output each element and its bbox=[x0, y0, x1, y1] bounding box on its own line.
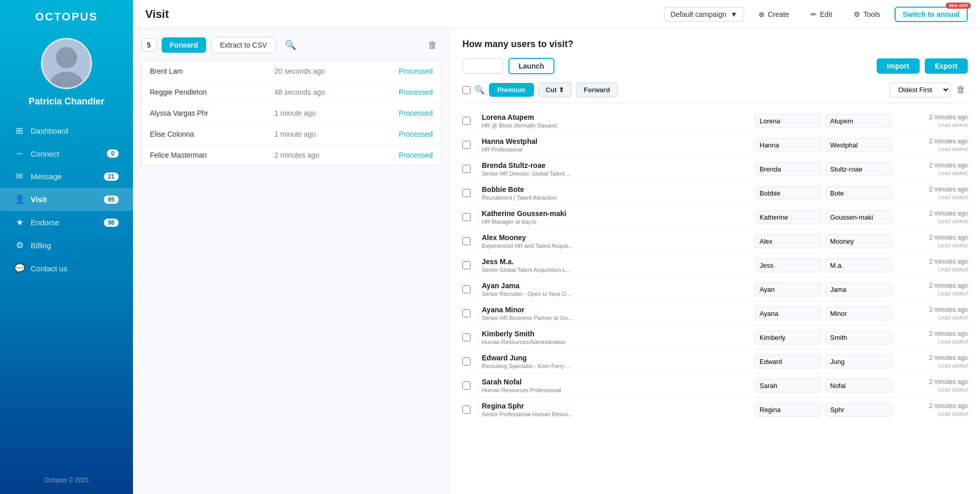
lead-checkbox[interactable] bbox=[462, 309, 471, 317]
visit-time: 2 minutes ago bbox=[274, 151, 398, 159]
sidebar-item-label: Message bbox=[31, 172, 62, 181]
lead-lastname-input[interactable] bbox=[826, 283, 892, 296]
lead-lastname-input[interactable] bbox=[826, 114, 892, 128]
sidebar-item-label: Connect bbox=[31, 149, 59, 158]
lead-firstname-input[interactable] bbox=[755, 162, 821, 176]
lead-checkbox[interactable] bbox=[462, 405, 471, 414]
lead-time-text: 2 minutes ago bbox=[929, 162, 968, 169]
lead-checkbox[interactable] bbox=[462, 117, 471, 125]
lead-lastname-input[interactable] bbox=[826, 331, 892, 345]
sidebar-item-dashboard[interactable]: ⊞ Dashboard bbox=[0, 119, 133, 142]
sidebar-item-label: Contact us bbox=[31, 264, 68, 273]
leads-list-row: Hanna Westphal HR Professional 2 minutes… bbox=[462, 133, 968, 157]
leads-list-row: Brenda Stultz-roae Senior HR Director, G… bbox=[462, 157, 968, 181]
visit-list-row: Elise Colonna 1 minute ago Processed bbox=[142, 124, 441, 145]
lead-firstname-input[interactable] bbox=[755, 186, 821, 200]
search-leads-icon[interactable]: 🔍 bbox=[475, 85, 485, 95]
sidebar-item-connect[interactable]: ↔ Connect 0 bbox=[0, 142, 133, 165]
lead-subtitle: Senior HR Business Partner at Go... bbox=[482, 315, 615, 321]
right-panel-title: How many users to visit? bbox=[462, 39, 968, 50]
premium-tab[interactable]: Premium bbox=[489, 83, 534, 97]
lead-subtitle: Senior HR Director, Global Talent ... bbox=[482, 170, 615, 177]
lead-checkbox[interactable] bbox=[462, 165, 471, 173]
lead-lastname-input[interactable] bbox=[826, 259, 892, 272]
lead-subtitle: Recruiting Specialist - Korn Ferry ... bbox=[482, 363, 615, 369]
extract-csv-button[interactable]: Extract to CSV bbox=[211, 37, 276, 53]
lead-firstname-input[interactable] bbox=[755, 403, 821, 417]
edit-button[interactable]: ✏ Edit bbox=[804, 7, 839, 22]
sidebar-item-endorse[interactable]: ★ Endorse 98 bbox=[0, 211, 133, 234]
lead-checkbox[interactable] bbox=[462, 357, 471, 366]
lead-subtitle: Senior Recruiter - Open to New O... bbox=[482, 291, 615, 297]
lead-checkbox[interactable] bbox=[462, 285, 471, 293]
create-button[interactable]: ⊕ Create bbox=[751, 7, 796, 22]
lead-lastname-input[interactable] bbox=[826, 403, 892, 417]
delete-button[interactable]: 🗑 bbox=[424, 38, 441, 53]
lead-firstname-input[interactable] bbox=[755, 114, 821, 128]
search-button[interactable]: 🔍 bbox=[281, 37, 300, 53]
lead-checkbox[interactable] bbox=[462, 189, 471, 197]
lead-time: 2 minutes ago Lead added bbox=[896, 114, 968, 128]
lead-firstname-input[interactable] bbox=[755, 210, 821, 224]
import-button[interactable]: Import bbox=[877, 58, 920, 74]
sidebar-item-visit[interactable]: 👤 Visit 95 bbox=[0, 188, 133, 211]
content-area: 5 Forward Extract to CSV 🔍 🗑 Brent Lam 2… bbox=[133, 29, 980, 494]
lead-time: 2 minutes ago Lead added bbox=[896, 378, 968, 393]
forward-leads-button[interactable]: Forward bbox=[576, 82, 617, 97]
lead-checkbox[interactable] bbox=[462, 237, 471, 245]
lead-lastname-input[interactable] bbox=[826, 138, 892, 152]
lead-time-text: 2 minutes ago bbox=[929, 282, 968, 289]
lead-lastname-input[interactable] bbox=[826, 307, 892, 320]
lead-time: 2 minutes ago Lead added bbox=[896, 306, 968, 320]
lead-checkbox[interactable] bbox=[462, 381, 471, 390]
lead-lastname-input[interactable] bbox=[826, 210, 892, 224]
lead-firstname-input[interactable] bbox=[755, 307, 821, 320]
export-button[interactable]: Export bbox=[925, 58, 968, 74]
lead-name: Bobbie Bote bbox=[482, 185, 751, 194]
sidebar-item-contact[interactable]: 💬 Contact us bbox=[0, 257, 133, 280]
sidebar-item-billing[interactable]: ⚙ Billing bbox=[0, 234, 133, 257]
lead-lastname-input[interactable] bbox=[826, 234, 892, 248]
lead-checkbox[interactable] bbox=[462, 261, 471, 269]
sidebar-item-label: Billing bbox=[31, 241, 51, 250]
lead-lastname-input[interactable] bbox=[826, 186, 892, 200]
lead-firstname-input[interactable] bbox=[755, 331, 821, 345]
lead-lastname-input[interactable] bbox=[826, 355, 892, 369]
lead-time: 2 minutes ago Lead added bbox=[896, 234, 968, 248]
switch-to-annual-button[interactable]: 35% OFF Switch to annual bbox=[895, 7, 968, 22]
visit-icon: 👤 bbox=[14, 194, 25, 205]
lead-subtitle: Recruitment | Talent Attraction bbox=[482, 195, 615, 201]
lead-time: 2 minutes ago Lead added bbox=[896, 186, 968, 200]
lead-firstname-input[interactable] bbox=[755, 138, 821, 152]
lead-time-text: 2 minutes ago bbox=[929, 402, 968, 410]
users-count-input[interactable] bbox=[462, 58, 503, 74]
lead-checkbox[interactable] bbox=[462, 141, 471, 149]
launch-button[interactable]: Launch bbox=[508, 58, 554, 74]
tools-button[interactable]: ⚙ Tools bbox=[847, 7, 887, 22]
visit-name: Alyssa Vargas Phr bbox=[150, 109, 274, 117]
users-count-row: Launch Import Export bbox=[462, 58, 968, 74]
delete-leads-button[interactable]: 🗑 bbox=[954, 82, 968, 97]
lead-firstname-input[interactable] bbox=[755, 234, 821, 248]
lead-info: Jess M.a. Senior Global Talent Acquisiti… bbox=[482, 257, 751, 273]
lead-lastname-input[interactable] bbox=[826, 162, 892, 176]
lead-checkbox[interactable] bbox=[462, 333, 471, 341]
lead-firstname-input[interactable] bbox=[755, 283, 821, 296]
lead-firstname-input[interactable] bbox=[755, 379, 821, 393]
cut-button[interactable]: Cut ⬆ bbox=[538, 82, 572, 97]
sidebar-item-message[interactable]: ✉ Message 21 bbox=[0, 165, 133, 188]
lead-checkbox[interactable] bbox=[462, 213, 471, 221]
campaign-selector[interactable]: Default campaign ▼ bbox=[664, 7, 744, 22]
lead-firstname-input[interactable] bbox=[755, 259, 821, 272]
lead-firstname-input[interactable] bbox=[755, 355, 821, 369]
leads-list-row: Edward Jung Recruiting Specialist - Korn… bbox=[462, 350, 968, 374]
lead-lastname-input[interactable] bbox=[826, 379, 892, 393]
forward-button[interactable]: Forward bbox=[162, 37, 206, 53]
sort-select[interactable]: Oldest First Newest First bbox=[889, 82, 950, 97]
lead-time-label: Lead added bbox=[938, 194, 968, 200]
lead-time-text: 2 minutes ago bbox=[929, 114, 968, 121]
lead-time: 2 minutes ago Lead added bbox=[896, 282, 968, 296]
leads-list-row: Alex Mooney Experienced HR and Talent Ac… bbox=[462, 229, 968, 253]
select-all-checkbox[interactable] bbox=[462, 86, 471, 94]
svg-point-1 bbox=[56, 47, 77, 68]
